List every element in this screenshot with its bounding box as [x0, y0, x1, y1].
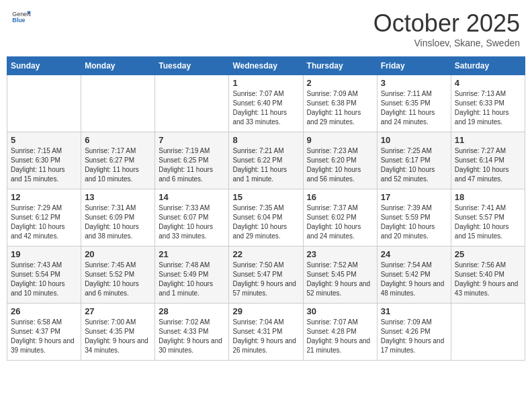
calendar-cell	[155, 75, 229, 132]
day-number: 20	[85, 249, 151, 259]
day-info: Sunrise: 7:02 AM Sunset: 4:33 PM Dayligh…	[159, 318, 225, 355]
day-number: 29	[232, 306, 299, 316]
day-number: 25	[455, 249, 521, 259]
calendar-cell: 25Sunrise: 7:56 AM Sunset: 5:40 PM Dayli…	[451, 246, 525, 304]
calendar-cell: 17Sunrise: 7:39 AM Sunset: 5:59 PM Dayli…	[377, 189, 451, 246]
svg-text:Blue: Blue	[12, 17, 25, 24]
day-info: Sunrise: 7:50 AM Sunset: 5:47 PM Dayligh…	[232, 261, 299, 298]
calendar-cell: 30Sunrise: 7:07 AM Sunset: 4:28 PM Dayli…	[303, 304, 377, 361]
calendar-week-4: 19Sunrise: 7:43 AM Sunset: 5:54 PM Dayli…	[7, 246, 525, 304]
calendar-cell: 13Sunrise: 7:31 AM Sunset: 6:09 PM Dayli…	[81, 189, 155, 246]
day-info: Sunrise: 7:31 AM Sunset: 6:09 PM Dayligh…	[85, 203, 151, 241]
day-info: Sunrise: 7:56 AM Sunset: 5:40 PM Dayligh…	[455, 261, 521, 298]
day-info: Sunrise: 7:25 AM Sunset: 6:17 PM Dayligh…	[381, 146, 447, 184]
calendar-cell: 27Sunrise: 7:00 AM Sunset: 4:35 PM Dayli…	[81, 304, 155, 361]
calendar-cell: 26Sunrise: 6:58 AM Sunset: 4:37 PM Dayli…	[7, 304, 81, 361]
logo-icon: General Blue	[12, 9, 31, 24]
day-number: 23	[307, 249, 373, 259]
calendar-cell: 2Sunrise: 7:09 AM Sunset: 6:38 PM Daylig…	[303, 75, 377, 132]
day-info: Sunrise: 7:09 AM Sunset: 4:26 PM Dayligh…	[381, 318, 447, 355]
day-number: 12	[11, 192, 77, 202]
day-info: Sunrise: 7:45 AM Sunset: 5:52 PM Dayligh…	[85, 261, 151, 298]
day-number: 16	[307, 192, 373, 202]
day-number: 24	[381, 249, 447, 259]
day-number: 5	[11, 135, 77, 145]
day-number: 13	[85, 192, 151, 202]
calendar-cell: 3Sunrise: 7:11 AM Sunset: 6:35 PM Daylig…	[377, 75, 451, 132]
day-header-friday: Friday	[377, 57, 451, 75]
day-number: 22	[232, 249, 299, 259]
day-number: 6	[85, 135, 151, 145]
day-header-monday: Monday	[81, 57, 155, 75]
day-info: Sunrise: 6:58 AM Sunset: 4:37 PM Dayligh…	[11, 318, 77, 355]
day-number: 19	[11, 249, 77, 259]
day-info: Sunrise: 7:27 AM Sunset: 6:14 PM Dayligh…	[455, 146, 521, 184]
title-block: October 2025 Vinsloev, Skane, Sweden	[373, 9, 520, 48]
day-number: 10	[381, 135, 447, 145]
day-info: Sunrise: 7:09 AM Sunset: 6:38 PM Dayligh…	[307, 89, 373, 127]
day-info: Sunrise: 7:00 AM Sunset: 4:35 PM Dayligh…	[85, 318, 151, 355]
day-header-saturday: Saturday	[451, 57, 525, 75]
calendar-cell: 5Sunrise: 7:15 AM Sunset: 6:30 PM Daylig…	[7, 132, 81, 189]
day-number: 28	[159, 306, 225, 316]
day-number: 30	[307, 306, 373, 316]
calendar-cell: 7Sunrise: 7:19 AM Sunset: 6:25 PM Daylig…	[155, 132, 229, 189]
calendar-cell: 14Sunrise: 7:33 AM Sunset: 6:07 PM Dayli…	[155, 189, 229, 246]
calendar-cell: 19Sunrise: 7:43 AM Sunset: 5:54 PM Dayli…	[7, 246, 81, 304]
calendar-cell: 15Sunrise: 7:35 AM Sunset: 6:04 PM Dayli…	[229, 189, 303, 246]
day-number: 14	[159, 192, 225, 202]
day-number: 26	[11, 306, 77, 316]
calendar-week-2: 5Sunrise: 7:15 AM Sunset: 6:30 PM Daylig…	[7, 132, 525, 189]
day-header-thursday: Thursday	[303, 57, 377, 75]
calendar-cell: 22Sunrise: 7:50 AM Sunset: 5:47 PM Dayli…	[229, 246, 303, 304]
day-info: Sunrise: 7:43 AM Sunset: 5:54 PM Dayligh…	[11, 261, 77, 298]
calendar-cell: 21Sunrise: 7:48 AM Sunset: 5:49 PM Dayli…	[155, 246, 229, 304]
day-info: Sunrise: 7:52 AM Sunset: 5:45 PM Dayligh…	[307, 261, 373, 298]
calendar-cell: 10Sunrise: 7:25 AM Sunset: 6:17 PM Dayli…	[377, 132, 451, 189]
day-info: Sunrise: 7:54 AM Sunset: 5:42 PM Dayligh…	[381, 261, 447, 298]
day-number: 8	[232, 135, 299, 145]
day-header-sunday: Sunday	[7, 57, 81, 75]
day-header-tuesday: Tuesday	[155, 57, 229, 75]
day-info: Sunrise: 7:35 AM Sunset: 6:04 PM Dayligh…	[232, 203, 299, 241]
calendar-week-3: 12Sunrise: 7:29 AM Sunset: 6:12 PM Dayli…	[7, 189, 525, 246]
day-number: 31	[381, 306, 447, 316]
calendar-cell: 28Sunrise: 7:02 AM Sunset: 4:33 PM Dayli…	[155, 304, 229, 361]
day-number: 11	[455, 135, 521, 145]
day-info: Sunrise: 7:19 AM Sunset: 6:25 PM Dayligh…	[159, 146, 225, 184]
page-header: General Blue October 2025 Vinsloev, Skan…	[7, 7, 525, 51]
day-number: 1	[232, 78, 299, 88]
day-info: Sunrise: 7:23 AM Sunset: 6:20 PM Dayligh…	[307, 146, 373, 184]
calendar-week-1: 1Sunrise: 7:07 AM Sunset: 6:40 PM Daylig…	[7, 75, 525, 132]
calendar-cell: 8Sunrise: 7:21 AM Sunset: 6:22 PM Daylig…	[229, 132, 303, 189]
calendar-cell: 29Sunrise: 7:04 AM Sunset: 4:31 PM Dayli…	[229, 304, 303, 361]
day-info: Sunrise: 7:37 AM Sunset: 6:02 PM Dayligh…	[307, 203, 373, 241]
calendar-cell: 20Sunrise: 7:45 AM Sunset: 5:52 PM Dayli…	[81, 246, 155, 304]
day-number: 4	[455, 78, 521, 88]
calendar-cell: 6Sunrise: 7:17 AM Sunset: 6:27 PM Daylig…	[81, 132, 155, 189]
day-number: 2	[307, 78, 373, 88]
calendar-cell	[7, 75, 81, 132]
day-header-wednesday: Wednesday	[229, 57, 303, 75]
day-info: Sunrise: 7:33 AM Sunset: 6:07 PM Dayligh…	[159, 203, 225, 241]
calendar-cell: 18Sunrise: 7:41 AM Sunset: 5:57 PM Dayli…	[451, 189, 525, 246]
day-number: 9	[307, 135, 373, 145]
day-info: Sunrise: 7:07 AM Sunset: 4:28 PM Dayligh…	[307, 318, 373, 355]
calendar-cell: 23Sunrise: 7:52 AM Sunset: 5:45 PM Dayli…	[303, 246, 377, 304]
calendar-cell: 9Sunrise: 7:23 AM Sunset: 6:20 PM Daylig…	[303, 132, 377, 189]
calendar-cell: 31Sunrise: 7:09 AM Sunset: 4:26 PM Dayli…	[377, 304, 451, 361]
day-info: Sunrise: 7:39 AM Sunset: 5:59 PM Dayligh…	[381, 203, 447, 241]
day-info: Sunrise: 7:48 AM Sunset: 5:49 PM Dayligh…	[159, 261, 225, 298]
day-number: 15	[232, 192, 299, 202]
calendar-cell	[81, 75, 155, 132]
day-info: Sunrise: 7:41 AM Sunset: 5:57 PM Dayligh…	[455, 203, 521, 241]
calendar-cell	[451, 304, 525, 361]
calendar-cell: 16Sunrise: 7:37 AM Sunset: 6:02 PM Dayli…	[303, 189, 377, 246]
day-number: 27	[85, 306, 151, 316]
day-info: Sunrise: 7:04 AM Sunset: 4:31 PM Dayligh…	[232, 318, 299, 355]
day-number: 17	[381, 192, 447, 202]
day-info: Sunrise: 7:15 AM Sunset: 6:30 PM Dayligh…	[11, 146, 77, 184]
month-title: October 2025	[373, 9, 520, 38]
location-title: Vinsloev, Skane, Sweden	[373, 38, 520, 48]
day-number: 21	[159, 249, 225, 259]
